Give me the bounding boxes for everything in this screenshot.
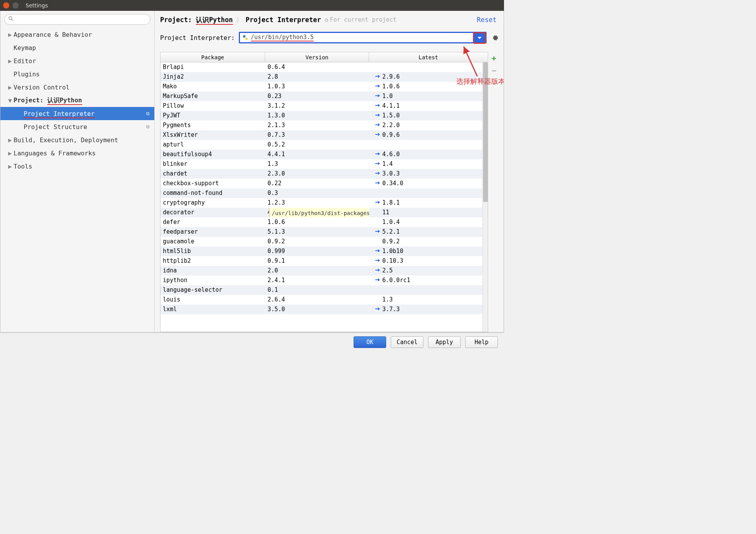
table-row[interactable]: lxml3.5.03.7.3 xyxy=(161,305,488,314)
breadcrumb-separator-icon: 〉 xyxy=(236,16,243,24)
copy-icon: ⧉ xyxy=(146,124,150,129)
table-row[interactable]: louis2.6.41.3 xyxy=(161,295,488,305)
table-row[interactable]: Pillow3.1.24.1.1 xyxy=(161,101,488,111)
svg-marker-20 xyxy=(375,269,380,272)
cell-package: guacamole xyxy=(161,237,265,246)
table-row[interactable]: Mako1.0.31.0.6 xyxy=(161,82,488,91)
svg-marker-18 xyxy=(375,249,380,252)
cell-latest: 4.6.0 xyxy=(369,150,488,159)
cell-version: 0.3 xyxy=(265,188,369,198)
cell-latest: 1.4 xyxy=(369,159,488,169)
remove-package-button[interactable]: − xyxy=(492,66,496,75)
svg-rect-2 xyxy=(243,35,245,38)
table-row[interactable]: beautifulsoup44.4.14.6.0 xyxy=(161,150,488,159)
header-version[interactable]: Version xyxy=(265,52,369,62)
cell-version: 1.0.3 xyxy=(265,82,369,91)
table-row[interactable]: XlsxWriter0.7.30.9.6 xyxy=(161,130,488,140)
svg-marker-17 xyxy=(375,230,380,233)
chevron-right-icon: ▶ xyxy=(8,84,14,91)
reset-link[interactable]: Reset xyxy=(477,16,500,24)
table-row[interactable]: Jinja22.82.9.6 xyxy=(161,72,488,82)
table-row[interactable]: decorator4/usr/lib/python3/dist-packages… xyxy=(161,208,488,217)
sidebar-item-5[interactable]: ▼Project: 认识Python xyxy=(0,94,154,107)
add-package-button[interactable]: + xyxy=(492,53,496,63)
upgrade-arrow-icon xyxy=(375,307,380,312)
sidebar-item-label: Project: 认识Python xyxy=(14,96,154,105)
cell-latest: 6.0.0rc1 xyxy=(369,276,488,285)
cell-package: Pygments xyxy=(161,121,265,130)
svg-marker-13 xyxy=(375,162,380,165)
sidebar-item-3[interactable]: Plugins xyxy=(0,67,154,81)
cell-version: 2.8 xyxy=(265,72,369,82)
upgrade-arrow-icon xyxy=(375,181,380,186)
table-row[interactable]: MarkupSafe0.231.0 xyxy=(161,91,488,101)
sidebar-item-0[interactable]: ▶Appearance & Behavior xyxy=(0,28,154,41)
sidebar-item-9[interactable]: ▶Languages & Frameworks xyxy=(0,146,154,160)
sidebar-item-10[interactable]: ▶Tools xyxy=(0,160,154,173)
interpreter-settings-button[interactable] xyxy=(490,33,500,42)
table-row[interactable]: chardet2.3.03.0.3 xyxy=(161,169,488,179)
upgrade-arrow-icon xyxy=(375,75,380,79)
cell-package: Mako xyxy=(161,82,265,91)
table-row[interactable]: ipython2.4.16.0.0rc1 xyxy=(161,276,488,285)
sidebar-item-8[interactable]: ▶Build, Execution, Deployment xyxy=(0,133,154,146)
table-row[interactable]: httplib20.9.10.10.3 xyxy=(161,256,488,266)
interpreter-path: /usr/bin/python3.5 xyxy=(251,34,314,41)
sidebar-item-4[interactable]: ▶Version Control xyxy=(0,81,154,94)
interpreter-label: Project Interpreter: xyxy=(160,34,235,41)
cell-package: decorator xyxy=(161,208,265,217)
table-row[interactable]: Brlapi0.6.4 xyxy=(161,62,488,72)
package-table-header: Package Version Latest xyxy=(161,52,488,62)
table-row[interactable]: cryptography1.2.31.8.1 xyxy=(161,198,488,208)
cell-package: httplib2 xyxy=(161,256,265,266)
interpreter-dropdown-button[interactable] xyxy=(473,32,486,44)
svg-line-1 xyxy=(12,19,13,21)
sidebar-item-7[interactable]: Project Structure⧉ xyxy=(0,120,154,133)
table-row[interactable]: feedparser5.1.35.2.1 xyxy=(161,227,488,237)
sidebar-item-2[interactable]: ▶Editor xyxy=(0,54,154,67)
table-row[interactable]: PyJWT1.3.01.5.0 xyxy=(161,111,488,121)
table-row[interactable]: defer1.0.61.0.4 xyxy=(161,217,488,227)
cell-package: Pillow xyxy=(161,101,265,111)
table-row[interactable]: html5lib0.9991.0b10 xyxy=(161,246,488,256)
table-row[interactable]: guacamole0.9.20.9.2 xyxy=(161,237,488,246)
annotation-text: 选择解释器版本 xyxy=(456,77,504,86)
cell-latest: 3.0.3 xyxy=(369,169,488,179)
upgrade-arrow-icon xyxy=(375,133,380,138)
settings-search-input[interactable] xyxy=(4,14,150,25)
interpreter-dropdown[interactable]: /usr/bin/python3.5 xyxy=(239,32,487,43)
table-row[interactable]: Pygments2.1.32.2.0 xyxy=(161,121,488,130)
cell-package: defer xyxy=(161,217,265,227)
ok-button[interactable]: OK xyxy=(354,336,386,348)
window-close-button[interactable] xyxy=(3,2,9,9)
table-row[interactable]: blinker1.31.4 xyxy=(161,159,488,169)
cell-version: 1.3 xyxy=(265,159,369,169)
sidebar-item-1[interactable]: Keymap xyxy=(0,41,154,54)
window-title: Settings xyxy=(26,2,48,9)
table-row[interactable]: language-selector0.1 xyxy=(161,285,488,295)
apply-button[interactable]: Apply xyxy=(428,336,461,348)
cell-package: Brlapi xyxy=(161,62,265,72)
package-scrollbar[interactable] xyxy=(482,62,488,332)
table-row[interactable]: apturl0.5.2 xyxy=(161,140,488,150)
svg-marker-19 xyxy=(375,259,380,262)
help-button[interactable]: Help xyxy=(465,336,498,348)
upgrade-arrow-icon xyxy=(375,162,380,167)
window-minimize-button[interactable] xyxy=(12,2,19,9)
cell-latest: 0.34.0 xyxy=(369,179,488,188)
cell-version: 4/usr/lib/python3/dist-packages xyxy=(265,208,369,217)
upgrade-arrow-icon xyxy=(375,94,380,99)
cell-version: 0.5.2 xyxy=(265,140,369,150)
upgrade-arrow-icon xyxy=(375,172,380,176)
header-package[interactable]: Package xyxy=(161,52,265,62)
sidebar-item-6[interactable]: Project Interpreter⧉ xyxy=(0,107,154,120)
table-row[interactable]: command-not-found0.3 xyxy=(161,188,488,198)
settings-body: ▶Appearance & BehaviorKeymap▶EditorPlugi… xyxy=(0,11,504,332)
cell-latest: 3.7.3 xyxy=(369,305,488,314)
cancel-button[interactable]: Cancel xyxy=(391,336,423,348)
cell-package: MarkupSafe xyxy=(161,91,265,101)
table-row[interactable]: checkbox-support0.220.34.0 xyxy=(161,179,488,188)
package-table-body[interactable]: Brlapi0.6.4Jinja22.82.9.6Mako1.0.31.0.6M… xyxy=(161,62,488,332)
table-row[interactable]: idna2.02.5 xyxy=(161,266,488,276)
cell-version: 3.5.0 xyxy=(265,305,369,314)
